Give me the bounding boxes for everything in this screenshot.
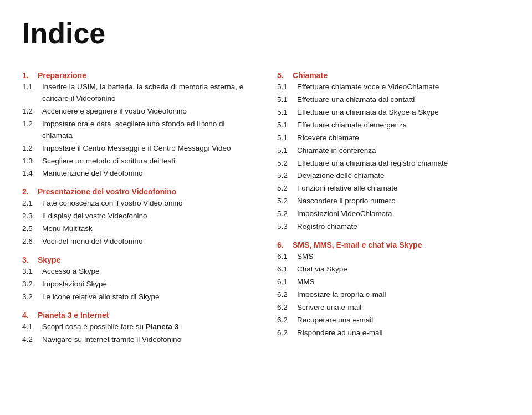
section-header: 6. SMS, MMS, E-mail e chat via Skype (277, 240, 510, 249)
toc-entry: 3.1Accesso a Skype (22, 266, 255, 278)
entry-num: 3.2 (22, 279, 42, 290)
toc-section: 3. Skype3.1Accesso a Skype3.2Impostazion… (22, 255, 255, 303)
toc-entry: 5.2Effettuare una chiamata dal registro … (277, 158, 510, 170)
section-header: 1. Preparazione (22, 71, 255, 80)
entry-label: Il display del vostro Videofonino (42, 211, 147, 222)
entry-label: Navigare su Internet tramite il Videofon… (42, 334, 181, 346)
entry-num: 5.1 (277, 132, 297, 144)
entry-label: Registro chiamate (297, 221, 357, 233)
entry-label: Rispondere ad una e-mail (297, 327, 383, 339)
entry-num: 5.2 (277, 196, 297, 207)
entry-label: Voci del menu del Videofonino (42, 236, 142, 248)
section-num: 4. (22, 311, 38, 320)
entry-num: 5.2 (277, 183, 297, 194)
entry-label: Funzioni relative alle chiamate (297, 183, 398, 194)
entry-label: Effettuare una chiamata da Skype a Skype (297, 107, 439, 119)
entry-num: 5.2 (277, 170, 297, 182)
toc-section: 1. Preparazione1.1Inserire la USIM, la b… (22, 71, 255, 180)
entry-label: MMS (297, 276, 315, 288)
right-column: 5. Chiamate5.1Effettuare chiamate voce e… (277, 63, 510, 347)
entry-num: 1.2 (22, 106, 42, 117)
toc-entry: 1.3Scegliere un metodo di scrittura dei … (22, 156, 255, 167)
toc-section: 6. SMS, MMS, E-mail e chat via Skype6.1S… (277, 240, 510, 339)
entry-label: Fate conoscenza con il vostro Videofonin… (42, 198, 182, 209)
entry-num: 6.2 (277, 315, 297, 326)
entry-num: 1.2 (22, 143, 42, 155)
toc-entry: 1.1Inserire la USIM, la batteria, la sch… (22, 81, 255, 105)
toc-entry: 5.1Effettuare chiamate d'emergenza (277, 120, 510, 131)
entry-num: 6.1 (277, 276, 297, 288)
section-title: Pianeta 3 e Internet (38, 311, 109, 320)
entry-label: Menu Multitask (42, 223, 93, 235)
toc-entry: 1.2Impostare ora e data, scegliere uno s… (22, 119, 255, 142)
toc-entry: 2.3Il display del vostro Videofonino (22, 211, 255, 222)
entry-label: Accesso a Skype (42, 266, 100, 278)
entry-num: 5.2 (277, 158, 297, 170)
entry-num: 5.1 (277, 120, 297, 131)
entry-label: Impostare la propria e-mail (297, 289, 386, 301)
entry-label: Inserire la USIM, la batteria, la scheda… (42, 81, 255, 105)
entry-label: Effettuare chiamate voce e VideoChiamate (297, 81, 439, 93)
entry-num: 3.2 (22, 291, 42, 303)
entry-label: Effettuare una chiamata dai contatti (297, 94, 415, 106)
toc-entry: 4.1Scopri cosa è possibile fare su Piane… (22, 321, 255, 333)
toc-entry: 5.2Impostazioni VideoChiamata (277, 208, 510, 220)
entry-num: 5.2 (277, 208, 297, 220)
toc-entry: 6.1MMS (277, 276, 510, 288)
section-title: Chiamate (293, 71, 328, 80)
entry-label: Scegliere un metodo di scrittura dei tes… (42, 156, 175, 167)
toc-entry: 2.5Menu Multitask (22, 223, 255, 235)
entry-num: 5.3 (277, 221, 297, 233)
entry-num: 1.1 (22, 81, 42, 93)
entry-label: Chiamate in conferenza (297, 145, 376, 157)
toc-entry: 5.2Funzioni relative alle chiamate (277, 183, 510, 194)
section-title: Preparazione (38, 71, 86, 80)
entry-label: Recuperare una e-mail (297, 315, 373, 326)
section-title: SMS, MMS, E-mail e chat via Skype (293, 240, 422, 249)
section-num: 2. (22, 187, 38, 196)
toc-entry: 2.6Voci del menu del Videofonino (22, 236, 255, 248)
toc-entry: 6.2Impostare la propria e-mail (277, 289, 510, 301)
entry-num: 5.1 (277, 81, 297, 93)
entry-label: Chat via Skype (297, 264, 347, 275)
toc-entry: 3.2Le icone relative allo stato di Skype (22, 291, 255, 303)
section-num: 3. (22, 255, 38, 264)
toc-entry: 6.1SMS (277, 251, 510, 263)
toc-entry: 1.2Impostare il Centro Messaggi e il Cen… (22, 143, 255, 155)
entry-label: Deviazione delle chiamate (297, 170, 385, 182)
entry-label: Scrivere una e-mail (297, 302, 361, 314)
entry-label: Le icone relative allo stato di Skype (42, 291, 160, 303)
toc-entry: 5.1Effettuare una chiamata dai contatti (277, 94, 510, 106)
section-header: 4. Pianeta 3 e Internet (22, 311, 255, 320)
entry-num: 3.1 (22, 266, 42, 278)
toc-entry: 1.4Manutenzione del Videofonino (22, 168, 255, 180)
section-title: Presentazione del vostro Videofonino (38, 187, 176, 196)
entry-label: Impostazioni Skype (42, 279, 107, 290)
toc-entry: 2.1Fate conoscenza con il vostro Videofo… (22, 198, 255, 209)
entry-num: 2.1 (22, 198, 42, 209)
toc-entry: 5.3Registro chiamate (277, 221, 510, 233)
entry-label: SMS (297, 251, 313, 263)
toc-entry: 1.2Accendere e spegnere il vostro Videof… (22, 106, 255, 117)
toc-entry: 5.1Ricevere chiamate (277, 132, 510, 144)
entry-num: 2.6 (22, 236, 42, 248)
entry-num: 4.1 (22, 321, 42, 333)
entry-label: Impostare ora e data, scegliere uno sfon… (42, 119, 255, 142)
toc-entry: 5.1Effettuare una chiamata da Skype a Sk… (277, 107, 510, 119)
entry-num: 2.3 (22, 211, 42, 222)
toc-entry: 6.2Scrivere una e-mail (277, 302, 510, 314)
page-title: Indice (22, 17, 510, 50)
entry-num: 6.2 (277, 302, 297, 314)
left-column: 1. Preparazione1.1Inserire la USIM, la b… (22, 63, 255, 347)
entry-num: 1.3 (22, 156, 42, 167)
section-num: 1. (22, 71, 38, 80)
entry-num: 5.1 (277, 107, 297, 119)
toc-entry: 6.1Chat via Skype (277, 264, 510, 275)
toc-entry: 4.2Navigare su Internet tramite il Video… (22, 334, 255, 346)
entry-label: Impostare il Centro Messaggi e il Centro… (42, 143, 231, 155)
toc-section: 2. Presentazione del vostro Videofonino2… (22, 187, 255, 248)
entry-num: 5.1 (277, 94, 297, 106)
entry-num: 2.5 (22, 223, 42, 235)
toc-entry: 5.1Effettuare chiamate voce e VideoChiam… (277, 81, 510, 93)
entry-num: 6.1 (277, 251, 297, 263)
